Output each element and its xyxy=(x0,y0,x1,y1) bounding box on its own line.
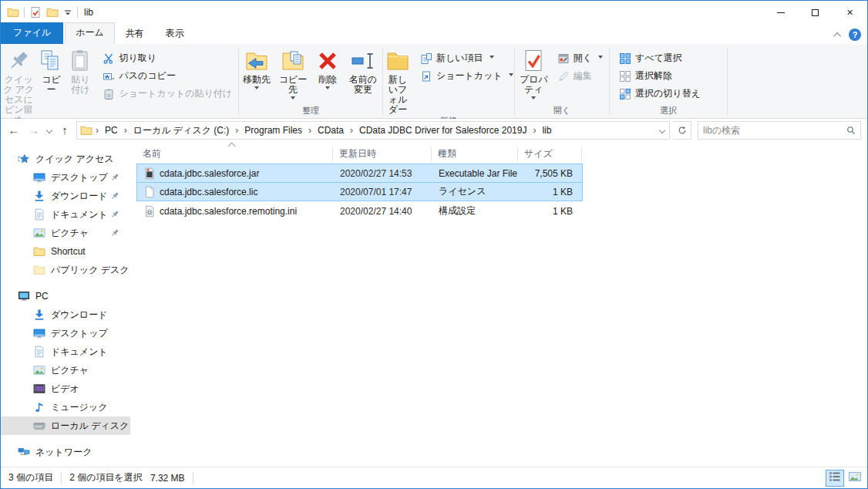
up-button[interactable]: ↑ xyxy=(56,122,73,139)
button-label: パスのコピー xyxy=(119,69,175,83)
tab-file[interactable]: ファイル xyxy=(1,22,63,44)
dropdown-arrow-icon xyxy=(598,56,603,61)
shortcut-button[interactable]: ショートカット xyxy=(417,67,516,85)
sidebar-item-pc[interactable]: PC xyxy=(1,287,130,305)
new-item-button[interactable]: 新しい項目 xyxy=(417,49,516,67)
close-button[interactable]: × xyxy=(833,1,867,24)
search-input[interactable] xyxy=(703,125,846,136)
help-icon[interactable]: ? xyxy=(849,29,861,41)
maximize-button[interactable] xyxy=(798,1,833,24)
button-label: 削除 xyxy=(318,75,337,85)
recent-locations-icon[interactable] xyxy=(46,127,52,133)
column-header-date-modified[interactable]: 更新日時 xyxy=(333,147,432,161)
details-view-button[interactable] xyxy=(826,470,844,487)
sidebar-item-pc-downloads[interactable]: ダウンロード xyxy=(1,305,130,324)
back-button[interactable]: ← xyxy=(5,122,22,139)
sidebar-item-label: ビデオ xyxy=(51,383,79,396)
customize-toolbar-icon[interactable] xyxy=(63,8,72,17)
thumbnails-view-button[interactable] xyxy=(846,470,864,487)
sidebar-item-pictures-pinned[interactable]: ピクチャ xyxy=(1,224,130,242)
sidebar-item-documents-pinned[interactable]: ドキュメント xyxy=(1,205,130,224)
open-icon xyxy=(557,52,570,65)
collapse-ribbon-icon[interactable] xyxy=(833,32,841,39)
column-header-name[interactable]: 名前 xyxy=(136,147,333,161)
close-icon: × xyxy=(846,7,853,18)
new-folder-qat-icon[interactable] xyxy=(46,6,59,19)
copy-path-button[interactable]: パスのコピー xyxy=(99,67,235,85)
copy-to-button[interactable]: コピー先 xyxy=(274,46,311,102)
network-icon xyxy=(18,446,30,458)
sidebar-item-pc-music[interactable]: ミュージック xyxy=(1,398,130,416)
open-button[interactable]: 開く xyxy=(554,49,606,67)
breadcrumb-item-lib[interactable]: lib xyxy=(539,123,554,137)
properties-qat-icon[interactable] xyxy=(29,6,42,19)
sidebar-item-pc-desktop[interactable]: デスクトップ xyxy=(1,324,130,342)
group-label-open: 開く xyxy=(515,105,609,118)
tab-view[interactable]: 表示 xyxy=(155,24,195,44)
sidebar-item-pc-pictures[interactable]: ピクチャ xyxy=(1,361,130,379)
dropdown-arrow-icon xyxy=(325,86,330,92)
copy-button[interactable]: コピー xyxy=(36,46,66,95)
sidebar-item-network[interactable]: ネットワーク xyxy=(1,443,130,461)
pin-to-quick-access-button[interactable]: クイック アクセスにピン留め xyxy=(1,46,36,125)
column-header-size[interactable]: サイズ xyxy=(518,147,582,161)
address-bar[interactable]: › PC › ローカル ディスク (C:) › Program Files › … xyxy=(76,121,670,140)
sidebar-item-local-disk-c[interactable]: ローカル ディスク (C:) xyxy=(1,416,130,435)
new-folder-icon xyxy=(385,49,410,73)
sidebar-item-shortcut[interactable]: Shortcut xyxy=(1,242,130,261)
select-none-button[interactable]: 選択解除 xyxy=(616,67,704,85)
breadcrumb-item-pc[interactable]: PC xyxy=(102,123,121,137)
paste-shortcut-button[interactable]: ショートカットの貼り付け xyxy=(99,85,235,103)
title-bar: lib × xyxy=(1,1,867,24)
column-header-type[interactable]: 種類 xyxy=(432,147,518,161)
forward-button[interactable]: → xyxy=(25,122,42,139)
refresh-button[interactable] xyxy=(673,121,691,140)
window-title: lib xyxy=(84,7,93,18)
sidebar-item-pc-documents[interactable]: ドキュメント xyxy=(1,342,130,361)
breadcrumb-separator: › xyxy=(307,125,313,136)
search-box[interactable] xyxy=(698,121,861,140)
rename-button[interactable]: 名前の変更 xyxy=(344,46,382,95)
select-all-button[interactable]: すべて選択 xyxy=(616,49,704,67)
pin-icon xyxy=(110,191,119,201)
sidebar-item-pc-videos[interactable]: ビデオ xyxy=(1,379,130,398)
sidebar-item-quick-access[interactable]: クイック アクセス xyxy=(1,150,130,168)
breadcrumb-item-cdata[interactable]: CData xyxy=(315,123,347,137)
delete-button[interactable]: 削除 xyxy=(311,46,344,92)
file-size: 1 KB xyxy=(519,187,577,197)
quick-access-star-icon xyxy=(18,153,30,165)
group-label-select: 選択 xyxy=(610,105,727,118)
pin-icon xyxy=(110,228,119,238)
properties-button[interactable]: プロパティ xyxy=(515,46,553,102)
refresh-icon xyxy=(678,126,687,135)
breadcrumb-item-local-disk[interactable]: ローカル ディスク (C:) xyxy=(130,123,233,139)
file-date: 2020/02/27 14:53 xyxy=(334,168,432,179)
sidebar-item-public-desktop[interactable]: パブリック デスクトップ xyxy=(1,261,130,279)
sidebar-item-desktop-pinned[interactable]: デスクトップ xyxy=(1,168,130,187)
invert-selection-button[interactable]: 選択の切り替え xyxy=(616,85,704,103)
file-row-jar[interactable]: cdata.jdbc.salesforce.jar 2020/02/27 14:… xyxy=(136,164,583,183)
new-folder-button[interactable]: 新しいフォルダー xyxy=(383,46,412,115)
move-to-button[interactable]: 移動先 xyxy=(239,46,274,92)
breadcrumb-item-driver[interactable]: CData JDBC Driver for Salesforce 2019J xyxy=(356,123,530,137)
cut-button[interactable]: 切り取り xyxy=(99,49,235,67)
breadcrumb-item-program-files[interactable]: Program Files xyxy=(241,123,305,137)
sidebar-item-label: Shortcut xyxy=(51,246,86,257)
address-dropdown-icon[interactable] xyxy=(659,127,665,133)
thumbnails-view-icon xyxy=(849,472,861,484)
sidebar-item-downloads-pinned[interactable]: ダウンロード xyxy=(1,187,130,205)
file-row-ini[interactable]: cdata.jdbc.salesforce.remoting.ini 2020/… xyxy=(136,201,583,221)
breadcrumb-separator: › xyxy=(531,125,537,136)
button-label: 開く xyxy=(574,52,592,65)
tab-share[interactable]: 共有 xyxy=(115,24,155,44)
breadcrumb-separator: › xyxy=(348,125,355,136)
tab-home[interactable]: ホーム xyxy=(65,22,115,44)
button-label: クイック アクセスにピン留め xyxy=(3,75,34,125)
copy-icon xyxy=(39,49,63,73)
edit-button[interactable]: 編集 xyxy=(554,67,606,85)
file-row-lic[interactable]: cdata.jdbc.salesforce.lic 2020/07/01 17:… xyxy=(136,182,583,201)
group-label-organize: 整理 xyxy=(239,105,382,118)
paste-button[interactable]: 貼り付け xyxy=(66,46,95,95)
minimize-button[interactable] xyxy=(763,1,798,24)
button-label: 切り取り xyxy=(119,52,156,65)
